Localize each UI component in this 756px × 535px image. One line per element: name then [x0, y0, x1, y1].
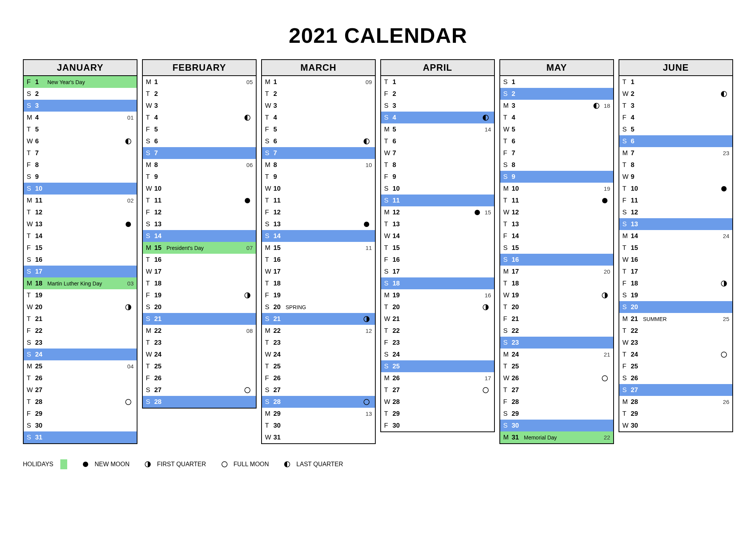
- day-number: 25: [631, 363, 641, 370]
- day-row: T17: [619, 266, 732, 277]
- day-of-week: T: [384, 220, 393, 228]
- day-row: T23: [143, 337, 256, 349]
- day-row: S23: [500, 337, 613, 349]
- day-number: 3: [154, 102, 165, 110]
- day-number: 31: [35, 434, 46, 441]
- month-column: APRILT1F2S3S4M514T6W7T8F9S10S11M1215T13W…: [380, 59, 495, 432]
- day-row: W27: [24, 384, 137, 396]
- day-number: 6: [273, 138, 284, 145]
- day-number: 20: [512, 303, 522, 311]
- day-of-week: M: [146, 78, 154, 86]
- day-number: 30: [631, 422, 641, 430]
- day-row: T27: [500, 384, 613, 396]
- day-number: 8: [35, 161, 46, 169]
- day-row: T18: [500, 277, 613, 289]
- first-moon-icon: [363, 316, 370, 322]
- day-number: 4: [393, 114, 403, 122]
- day-number: 2: [35, 90, 46, 98]
- day-of-week: T: [503, 220, 512, 228]
- day-row: T3: [619, 100, 732, 112]
- first-moon-icon: [602, 292, 608, 298]
- week-number: 05: [244, 79, 253, 85]
- day-row: F4: [619, 112, 732, 123]
- day-of-week: W: [384, 398, 393, 406]
- day-row: T18: [143, 277, 256, 289]
- legend-last-quarter-label: LAST QUARTER: [296, 461, 343, 468]
- day-number: 3: [35, 102, 46, 110]
- day-number: 16: [273, 256, 284, 264]
- day-of-week: S: [384, 197, 393, 204]
- day-of-week: M: [384, 292, 393, 299]
- day-row: T2: [143, 88, 256, 100]
- day-of-week: T: [384, 244, 393, 252]
- day-of-week: M: [503, 102, 512, 110]
- day-of-week: T: [27, 374, 35, 382]
- day-of-week: M: [265, 410, 273, 418]
- day-number: 17: [273, 268, 284, 276]
- day-of-week: S: [503, 339, 512, 347]
- day-row: S24: [24, 349, 137, 360]
- day-of-week: T: [146, 114, 154, 122]
- day-row: M2504: [24, 360, 137, 372]
- day-row: S21: [143, 313, 256, 325]
- day-of-week: T: [622, 244, 631, 252]
- day-of-week: T: [622, 351, 631, 358]
- day-row: F14: [500, 230, 613, 242]
- day-row: S30: [24, 420, 137, 431]
- new-moon-icon: [474, 209, 480, 216]
- day-row: T4: [262, 112, 375, 123]
- week-number: 15: [483, 209, 491, 216]
- week-number: 12: [363, 327, 372, 334]
- day-number: 14: [631, 232, 641, 240]
- day-row: W23: [619, 337, 732, 349]
- day-of-week: S: [384, 102, 393, 110]
- day-row: T11: [143, 195, 256, 206]
- week-number: 18: [602, 102, 610, 109]
- day-number: 24: [35, 351, 46, 358]
- day-row: S23: [24, 337, 137, 349]
- day-number: 20: [35, 303, 46, 311]
- day-number: 24: [154, 351, 165, 358]
- day-row: M18Martin Luther King Day03: [24, 277, 137, 289]
- day-of-week: T: [384, 138, 393, 145]
- day-of-week: S: [503, 244, 512, 252]
- day-number: 16: [631, 256, 641, 264]
- day-of-week: M: [27, 114, 35, 122]
- day-number: 3: [631, 102, 641, 110]
- day-of-week: S: [27, 268, 35, 276]
- last-moon-icon: [244, 115, 250, 121]
- day-of-week: T: [265, 173, 273, 181]
- day-row: T15: [619, 242, 732, 254]
- day-row: W16: [619, 254, 732, 266]
- new-moon-icon: [125, 221, 131, 227]
- day-number: 18: [512, 280, 522, 287]
- first-moon-icon: [721, 280, 727, 287]
- day-of-week: T: [27, 209, 35, 216]
- day-number: 8: [512, 161, 522, 169]
- day-of-week: F: [27, 327, 35, 335]
- day-row: M1019: [500, 183, 613, 195]
- last-moon-icon: [125, 138, 131, 144]
- day-number: 13: [273, 220, 284, 228]
- day-number: 12: [273, 209, 284, 216]
- day-number: 12: [512, 209, 522, 216]
- first-quarter-icon: [145, 461, 151, 467]
- day-row: S5: [619, 123, 732, 135]
- month-header: FEBRUARY: [143, 60, 256, 76]
- day-of-week: W: [622, 422, 631, 430]
- day-row: F12: [143, 206, 256, 218]
- month-column: MAYS1S2M318T4W5T6F7S8S9M1019T11W12T13F14…: [499, 59, 614, 444]
- day-of-week: T: [503, 138, 512, 145]
- svg-point-24: [83, 462, 88, 467]
- new-moon-icon: [244, 198, 250, 204]
- day-row: S27: [262, 384, 375, 396]
- day-of-week: S: [265, 398, 273, 406]
- day-of-week: T: [622, 161, 631, 169]
- svg-point-13: [475, 210, 480, 215]
- day-row: M1511: [262, 242, 375, 254]
- day-row: S13: [262, 218, 375, 230]
- day-number: 7: [35, 149, 46, 157]
- day-number: 12: [154, 209, 165, 216]
- day-number: 11: [35, 197, 46, 204]
- day-of-week: S: [503, 410, 512, 418]
